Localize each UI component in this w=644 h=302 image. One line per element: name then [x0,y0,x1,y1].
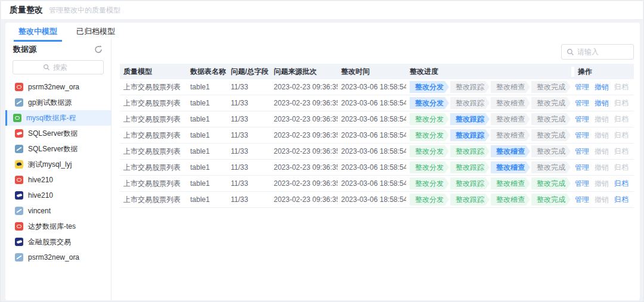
page-subtitle: 管理整改中的质量模型 [49,5,120,15]
cell-actions: 管理撤销归档 [571,147,634,157]
progress-step-badge: 整改跟踪 [450,81,490,93]
sidebar-item-datasource[interactable]: 测试mysql_lyj [5,157,111,172]
cell-table-name: table1 [187,99,227,107]
datasource-label: 金融股票交易 [28,237,71,247]
cell-actions: 管理撤销归档 [571,195,634,205]
cell-batch-time: 2023-02-23 09:36:35 [270,163,338,172]
datasource-icon [15,176,23,184]
sidebar-item-datasource[interactable]: mysql数据库-程 [5,110,111,126]
sidebar-item-datasource[interactable]: SQLServer数据 [5,126,111,141]
progress-step-badge: 整改跟踪 [450,129,490,141]
table-toolbar [120,39,634,64]
action-manage[interactable]: 管理 [575,195,589,205]
progress-step-badge: 整改稽查 [491,145,530,157]
main-panel: 整改中模型已归档模型 数据源 [5,23,640,300]
table-row: 上市交易股票列表table111/332023-02-23 09:36:3520… [120,79,634,95]
datasource-icon [15,98,23,107]
progress-step-badge: 整改分发 [410,81,449,93]
progress-step-badge: 整改完成 [531,97,571,109]
action-archive[interactable]: 归档 [614,179,628,189]
sidebar-item-datasource[interactable]: hive210 [5,188,111,203]
action-revoke[interactable]: 撤销 [595,82,609,92]
datasource-label: 测试mysql_lyj [28,160,72,170]
cell-rectify-time: 2023-03-06 18:58:54 [338,163,406,172]
cell-progress: 整改分发整改跟踪整改稽查整改完成 [406,129,571,141]
datasource-icon [15,191,23,200]
table-row: 上市交易股票列表table111/332023-02-23 09:36:3520… [120,176,634,192]
progress-step-badge: 整改分发 [410,113,449,125]
action-manage[interactable]: 管理 [575,98,589,108]
cell-issues: 11/33 [227,99,270,107]
sidebar-item-datasource[interactable]: 金融股票交易 [5,234,111,250]
cell-progress: 整改分发整改跟踪整改稽查整改完成 [406,178,571,189]
progress-step-badge: 整改跟踪 [450,194,490,206]
cell-issues: 11/33 [227,195,270,204]
datasource-label: gp测试数据源 [28,98,72,108]
cell-batch-time: 2023-02-23 09:36:35 [270,131,338,139]
column-header: 整改进度 [406,67,571,77]
sidebar-item-datasource[interactable]: 达梦数据库-tes [5,219,111,234]
action-manage[interactable]: 管理 [575,179,589,189]
sidebar-item-datasource[interactable]: psrm32new_ora [5,250,111,265]
tab-bar: 整改中模型已归档模型 [5,23,640,38]
sidebar-item-datasource[interactable]: hive210 [5,172,111,188]
datasource-label: hive210 [28,191,53,200]
cell-rectify-time: 2023-03-06 18:58:54 [338,115,406,123]
cell-model: 上市交易股票列表 [120,98,187,108]
progress-step-badge: 整改完成 [531,161,571,173]
action-manage[interactable]: 管理 [575,114,589,124]
datasource-icon [15,207,23,215]
sidebar-item-datasource[interactable]: gp测试数据源 [5,95,111,110]
sidebar-item-datasource[interactable]: psrm32new_ora [5,79,111,95]
table-search[interactable] [561,44,634,60]
datasource-icon [15,160,23,169]
table-search-input[interactable] [577,48,625,56]
action-manage[interactable]: 管理 [575,130,589,141]
progress-step-badge: 整改完成 [531,129,571,141]
table-row: 上市交易股票列表table111/332023-02-23 09:36:3520… [120,111,634,127]
action-archive: 归档 [614,147,628,157]
sidebar-search-input[interactable] [53,63,73,71]
action-revoke: 撤销 [595,163,609,173]
column-header: 数据表名称 [187,67,227,77]
action-manage[interactable]: 管理 [575,82,589,92]
progress-step-badge: 整改分发 [410,97,449,109]
column-header: 问题来源批次 [270,67,338,77]
cell-actions: 管理撤销归档 [571,179,634,189]
datasource-icon [15,253,23,261]
sidebar-search[interactable] [13,60,104,74]
progress-step-badge: 整改跟踪 [450,97,490,109]
sidebar-item-datasource[interactable]: vincent [5,203,111,219]
cell-batch-time: 2023-02-23 09:36:35 [270,83,338,91]
sidebar-item-datasource[interactable]: SQLServer数据 [5,141,111,157]
cell-progress: 整改分发整改跟踪整改稽查整改完成 [406,97,571,109]
progress-step-badge: 整改分发 [410,129,449,141]
column-header: 质量模型 [120,67,187,77]
cell-progress: 整改分发整改跟踪整改稽查整改完成 [406,81,571,93]
column-header: 整改时间 [338,67,406,77]
refresh-icon[interactable] [94,45,103,54]
progress-step-badge: 整改稽查 [491,178,530,189]
action-revoke: 撤销 [595,147,609,157]
action-archive: 归档 [614,114,628,124]
action-archive[interactable]: 归档 [614,195,628,205]
table-row: 上市交易股票列表table111/332023-02-23 09:36:3520… [120,95,634,111]
datasource-label: psrm32new_ora [28,253,79,261]
action-manage[interactable]: 管理 [575,163,589,173]
table-header-row: 质量模型数据表名称问题/总字段问题来源批次整改时间整改进度操作 [120,64,634,79]
cell-progress: 整改分发整改跟踪整改稽查整改完成 [406,113,571,125]
cell-issues: 11/33 [227,163,270,172]
action-revoke: 撤销 [595,195,609,205]
cell-batch-time: 2023-02-23 09:36:35 [270,147,338,155]
datasource-label: mysql数据库-程 [26,113,76,123]
cell-table-name: table1 [187,147,227,155]
action-manage[interactable]: 管理 [575,147,589,157]
cell-progress: 整改分发整改跟踪整改稽查整改完成 [406,145,571,157]
cell-table-name: table1 [187,179,227,188]
progress-step-badge: 整改完成 [531,81,571,93]
cell-actions: 管理撤销归档 [571,130,634,141]
datasource-icon [15,222,23,231]
datasource-label: vincent [28,207,51,215]
action-revoke[interactable]: 撤销 [595,98,609,108]
search-icon [43,64,50,71]
